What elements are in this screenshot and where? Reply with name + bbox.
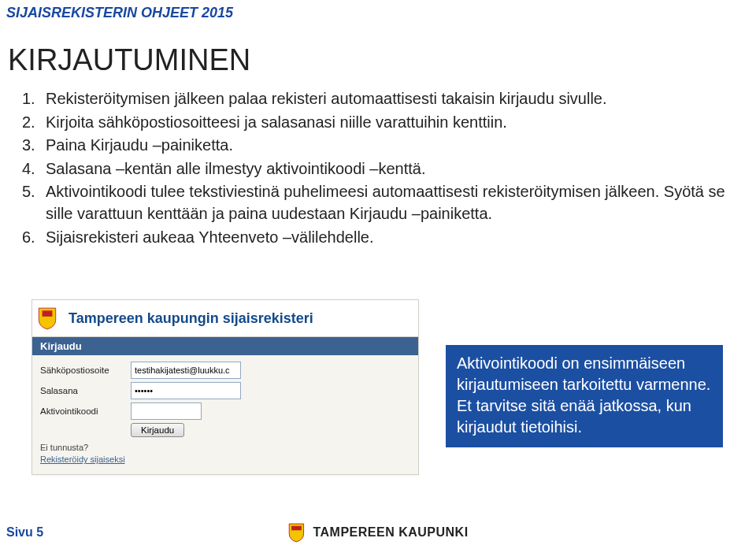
list-number: 5.	[22, 181, 46, 224]
page-header: SIJAISREKISTERIN OHJEET 2015	[0, 0, 756, 21]
activation-code-label: Aktivointikoodi	[40, 406, 131, 416]
screenshot-header: Tampereen kaupungin sijaisrekisteri	[32, 300, 418, 337]
footer-brand: TAMPEREEN KAUPUNKI	[287, 522, 468, 543]
screenshot-panel-title: Kirjaudu	[32, 337, 418, 355]
page-number: Sivu 5	[0, 525, 43, 540]
list-text: Kirjoita sähköpostiosoitteesi ja salasan…	[46, 112, 740, 134]
login-button[interactable]: Kirjaudu	[131, 423, 184, 437]
list-item: 4.Salasana –kentän alle ilmestyy aktivoi…	[22, 158, 740, 180]
list-item: 1.Rekisteröitymisen jälkeen palaa rekist…	[22, 88, 740, 110]
instructions-list: 1.Rekisteröitymisen jälkeen palaa rekist…	[0, 88, 756, 248]
page-title: KIRJAUTUMINEN	[0, 21, 756, 88]
email-field[interactable]	[131, 362, 241, 379]
list-text: Paina Kirjaudu –painiketta.	[46, 135, 740, 157]
list-item: 5.Aktivointikoodi tulee tekstiviestinä p…	[22, 181, 740, 224]
activation-code-field[interactable]	[131, 402, 202, 420]
footer: Sivu 5 TAMPEREEN KAUPUNKI	[0, 516, 756, 549]
register-link[interactable]: Rekisteröidy sijaiseksi	[40, 454, 410, 466]
tampere-shield-icon	[287, 522, 305, 543]
no-account-text: Ei tunnusta?	[40, 442, 410, 454]
list-text: Salasana –kentän alle ilmestyy aktivoint…	[46, 158, 740, 180]
footer-brand-text: TAMPEREEN KAUPUNKI	[313, 525, 468, 540]
email-label: Sähköpostiosoite	[40, 365, 131, 375]
list-text: Rekisteröitymisen jälkeen palaa rekister…	[46, 88, 740, 110]
login-screenshot: Tampereen kaupungin sijaisrekisteri Kirj…	[32, 299, 419, 475]
login-form: Sähköpostiosoite Salasana Aktivointikood…	[32, 355, 418, 474]
list-number: 6.	[22, 227, 46, 249]
list-number: 1.	[22, 88, 46, 110]
password-field[interactable]	[131, 382, 241, 399]
password-label: Salasana	[40, 386, 131, 395]
list-number: 4.	[22, 158, 46, 180]
list-text: Sijaisrekisteri aukeaa Yhteenveto –välil…	[46, 227, 740, 249]
list-number: 3.	[22, 135, 46, 157]
tampere-shield-icon	[37, 306, 57, 330]
list-item: 3.Paina Kirjaudu –painiketta.	[22, 135, 740, 157]
list-item: 2.Kirjoita sähköpostiosoitteesi ja salas…	[22, 112, 740, 134]
info-callout: Aktivointikoodi on ensimmäiseen kirjautu…	[446, 345, 723, 447]
list-item: 6.Sijaisrekisteri aukeaa Yhteenveto –väl…	[22, 227, 740, 249]
list-number: 2.	[22, 112, 46, 134]
screenshot-app-title: Tampereen kaupungin sijaisrekisteri	[69, 310, 313, 327]
list-text: Aktivointikoodi tulee tekstiviestinä puh…	[46, 181, 740, 224]
